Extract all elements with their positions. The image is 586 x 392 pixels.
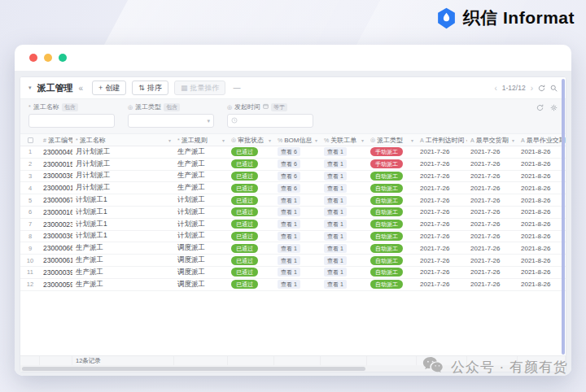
view-order-button[interactable]: 查看 1 <box>324 196 347 205</box>
column-header-arrive-time[interactable]: A工件到达时间▾ <box>417 134 467 146</box>
vertical-scrollbar[interactable] <box>562 79 565 355</box>
table-row[interactable]: 8 23000036 计划派工1 计划派工 已通过 查看 1 查看 1 自动派工… <box>20 231 566 243</box>
column-header-no[interactable]: #派工编号▾ <box>40 134 72 146</box>
cell-dispatch-no: 23000036 <box>40 172 72 180</box>
view-bom-button[interactable]: 查看 6 <box>278 147 300 156</box>
view-order-button[interactable]: 查看 1 <box>324 232 347 241</box>
view-order-button[interactable]: 查看 1 <box>324 159 347 168</box>
summary-cell <box>367 356 417 365</box>
pagination-range: 1-12/12 <box>502 84 526 92</box>
view-bom-button[interactable]: 查看 6 <box>278 184 300 193</box>
table-row[interactable]: 10 23000061 生产派工 调度派工 已通过 查看 1 查看 1 自动派工… <box>20 255 566 267</box>
cell-delivery-date: 2021-7-26 <box>467 233 518 240</box>
cell-dispatch-no: 23000059 <box>40 281 72 289</box>
chevron-down-icon[interactable]: ▾ <box>222 137 225 143</box>
dispatch-name-input[interactable] <box>28 114 115 128</box>
chevron-down-icon[interactable]: ▾ <box>315 137 317 143</box>
cell-delivery-date: 2021-7-26 <box>467 220 518 228</box>
column-header-dispatch-type[interactable]: ◎派工类型▾ <box>367 134 417 146</box>
column-header-bom[interactable]: %BOM信息▾ <box>274 134 321 146</box>
minus-icon[interactable]: — <box>233 84 240 92</box>
table-row[interactable]: 2 23000015 月计划派工 生产派工 已通过 查看 6 查看 1 手动派工… <box>20 159 566 171</box>
sort-button[interactable]: ⇅ 排序 <box>132 81 168 95</box>
chevron-down-icon[interactable]: ▾ <box>411 137 413 143</box>
window-close-button[interactable] <box>29 54 37 62</box>
column-header-work-order[interactable]: %关联工单▾ <box>321 134 367 146</box>
cell-job-delivery: 2021-8-26 <box>518 172 566 180</box>
column-header-approve-status[interactable]: ◎审批状态▾ <box>228 134 274 146</box>
filter-operator-tag[interactable]: 包含 <box>164 103 180 111</box>
column-header-delivery-date[interactable]: A最早交货期▾ <box>467 134 518 146</box>
view-order-button[interactable]: 查看 1 <box>324 172 347 181</box>
table-row[interactable]: 4 23000001 月计划派工 生产派工 已通过 查看 6 查看 1 自动派工… <box>20 182 566 194</box>
view-bom-button[interactable]: 查看 1 <box>278 232 300 241</box>
pagination-next-icon[interactable]: › <box>531 84 533 93</box>
horizontal-scrollbar-thumb[interactable] <box>22 367 365 371</box>
view-bom-button[interactable]: 查看 1 <box>278 220 300 229</box>
view-bom-button[interactable]: 查看 1 <box>278 256 300 265</box>
filter-operator-tag[interactable]: 包含 <box>62 103 78 111</box>
chevron-down-icon[interactable]: ▾ <box>512 137 514 143</box>
cell-work-order: 查看 1 <box>321 244 367 253</box>
filter-start-time: ◎ 发起时间 等于 <box>227 102 313 128</box>
window-minimize-button[interactable] <box>44 54 52 62</box>
cell-job-delivery: 2021-8-26 <box>518 208 566 216</box>
brand-logo: 织信 Informat <box>436 7 575 29</box>
filter-label-row: * 派工名称 包含 <box>28 102 115 111</box>
chevron-down-icon[interactable]: ▾ <box>168 137 171 143</box>
filter-operator-tag[interactable]: 等于 <box>271 103 287 111</box>
status-badge: 已通过 <box>231 220 258 229</box>
view-bom-button[interactable]: 查看 6 <box>278 172 300 181</box>
share-icon[interactable]: « <box>79 84 84 93</box>
create-button[interactable]: + 创建 <box>92 81 126 95</box>
table-row[interactable]: 1 23000046 月计划派工 生产派工 已通过 查看 6 查看 1 手动派工… <box>20 146 566 159</box>
window-zoom-button[interactable] <box>59 54 67 62</box>
view-bom-button[interactable]: 查看 6 <box>278 159 300 168</box>
start-time-input[interactable] <box>227 114 313 128</box>
type-badge: 手动派工 <box>370 159 403 168</box>
column-header-name[interactable]: *派工名称▾ <box>72 134 174 146</box>
table-row[interactable]: 12 23000059 生产派工 调度派工 已通过 查看 1 查看 1 自动派工… <box>20 279 566 291</box>
pagination-prev-icon[interactable]: ‹ <box>494 84 496 93</box>
chevron-down-icon: ▾ <box>207 118 210 124</box>
table-row[interactable]: 3 23000036 月计划派工 生产派工 已通过 查看 6 查看 1 自动派工… <box>20 171 566 183</box>
gear-icon[interactable] <box>550 104 558 111</box>
chevron-down-icon[interactable]: ▾ <box>269 137 271 143</box>
view-order-button[interactable]: 查看 1 <box>324 268 347 277</box>
status-badge: 已通过 <box>231 256 258 265</box>
refresh-icon[interactable] <box>538 85 545 92</box>
cell-approve-status: 已通过 <box>228 232 274 241</box>
column-header-rule[interactable]: *派工规则▾ <box>174 134 228 146</box>
view-bom-button[interactable]: 查看 1 <box>278 244 300 253</box>
view-order-button[interactable]: 查看 1 <box>324 256 347 265</box>
table-row[interactable]: 11 23000039 生产派工 调度派工 已通过 查看 1 查看 1 自动派工… <box>20 267 566 279</box>
type-badge: 自动派工 <box>370 268 403 277</box>
select-all-checkbox[interactable] <box>28 137 33 143</box>
table-row[interactable]: 7 23000023 计划派工1 计划派工 已通过 查看 1 查看 1 自动派工… <box>20 219 566 231</box>
refresh-icon[interactable] <box>536 104 544 111</box>
cell-bom-info: 查看 6 <box>274 159 321 168</box>
view-order-button[interactable]: 查看 1 <box>324 244 347 253</box>
view-order-button[interactable]: 查看 1 <box>324 220 347 229</box>
dispatch-type-select[interactable]: ▾ <box>128 114 214 128</box>
view-bom-button[interactable]: 查看 1 <box>278 280 300 289</box>
collapse-chevron-icon[interactable]: ▾ <box>28 85 32 91</box>
view-order-button[interactable]: 查看 1 <box>324 147 347 156</box>
page-title: 派工管理 <box>37 82 73 94</box>
view-order-button[interactable]: 查看 1 <box>324 280 347 289</box>
view-order-button[interactable]: 查看 1 <box>324 184 347 193</box>
chevron-down-icon[interactable]: ▾ <box>361 137 364 143</box>
cell-arrive-time: 2021-7-26 <box>417 268 467 276</box>
search-icon[interactable] <box>550 85 558 92</box>
type-badge: 自动派工 <box>370 232 403 241</box>
view-order-button[interactable]: 查看 1 <box>324 207 347 216</box>
column-label: BOM信息 <box>284 136 312 145</box>
column-header-job-delivery[interactable]: A最早作业交期 <box>518 134 566 146</box>
view-bom-button[interactable]: 查看 1 <box>278 196 300 205</box>
table-row[interactable]: 5 23000067 计划派工1 计划派工 已通过 查看 1 查看 1 自动派工… <box>20 194 566 207</box>
table-row[interactable]: 9 23000066 生产派工 调度派工 已通过 查看 1 查看 1 自动派工 … <box>20 242 566 255</box>
view-bom-button[interactable]: 查看 1 <box>278 207 300 216</box>
view-bom-button[interactable]: 查看 1 <box>278 268 300 277</box>
table-row[interactable]: 6 23000016 计划派工1 计划派工 已通过 查看 1 查看 1 自动派工… <box>20 207 566 219</box>
field-option-icon: ◎ <box>231 137 236 143</box>
